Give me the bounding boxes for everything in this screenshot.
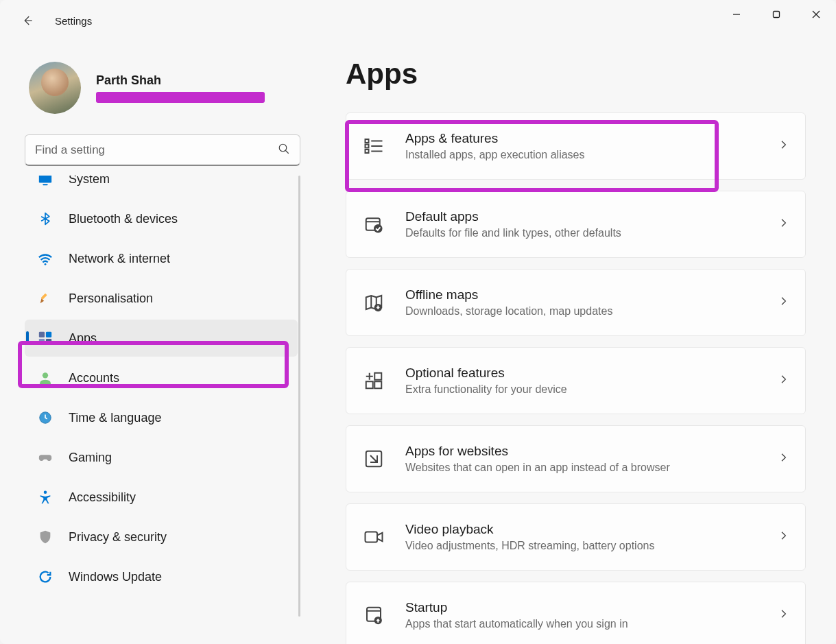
svg-rect-1 bbox=[774, 12, 780, 18]
sidebar-item-label: Time & language bbox=[69, 411, 161, 425]
video-icon bbox=[363, 526, 385, 548]
personalisation-icon bbox=[37, 290, 53, 307]
svg-rect-17 bbox=[366, 139, 369, 143]
card-title: Offline maps bbox=[405, 287, 778, 302]
sidebar-item-label: Accessibility bbox=[69, 490, 136, 505]
sidebar-item-label: System bbox=[69, 176, 110, 187]
svg-rect-11 bbox=[46, 332, 51, 337]
gaming-icon bbox=[37, 449, 53, 466]
chevron-right-icon bbox=[778, 530, 789, 544]
svg-rect-13 bbox=[46, 339, 51, 344]
card-default-apps[interactable]: Default apps Defaults for file and link … bbox=[346, 191, 806, 258]
svg-rect-19 bbox=[366, 145, 369, 148]
svg-point-24 bbox=[374, 224, 383, 233]
svg-rect-9 bbox=[41, 294, 47, 300]
user-name: Parth Shah bbox=[96, 73, 265, 88]
close-button[interactable] bbox=[796, 0, 836, 29]
sidebar-item-network[interactable]: Network & internet bbox=[25, 240, 298, 277]
svg-point-16 bbox=[44, 490, 47, 494]
page-title: Apps bbox=[346, 58, 806, 91]
chevron-right-icon bbox=[778, 608, 789, 622]
optional-icon bbox=[363, 370, 385, 392]
svg-rect-27 bbox=[374, 381, 381, 388]
sidebar-item-update[interactable]: Windows Update bbox=[25, 558, 298, 595]
card-subtitle: Downloads, storage location, map updates bbox=[405, 305, 778, 318]
svg-rect-28 bbox=[374, 373, 381, 380]
active-indicator bbox=[26, 331, 29, 345]
sidebar-item-gaming[interactable]: Gaming bbox=[25, 439, 298, 476]
svg-point-14 bbox=[43, 372, 48, 378]
card-title: Startup bbox=[405, 600, 778, 615]
sidebar-item-system[interactable]: System bbox=[25, 176, 298, 198]
avatar bbox=[29, 62, 81, 114]
card-subtitle: Video adjustments, HDR streaming, batter… bbox=[405, 540, 778, 552]
sidebar-item-label: Privacy & security bbox=[69, 530, 167, 545]
minimize-button[interactable] bbox=[717, 0, 756, 29]
svg-rect-7 bbox=[43, 184, 47, 185]
sidebar-item-label: Network & internet bbox=[69, 252, 170, 266]
maximize-button[interactable] bbox=[756, 0, 796, 29]
sidebar-item-label: Bluetooth & devices bbox=[69, 212, 178, 226]
card-subtitle: Defaults for file and link types, other … bbox=[405, 227, 778, 239]
sidebar-item-label: Apps bbox=[69, 331, 97, 346]
sidebar-item-personalisation[interactable]: Personalisation bbox=[25, 280, 298, 317]
chevron-right-icon bbox=[778, 139, 789, 153]
card-subtitle: Extra functionality for your device bbox=[405, 383, 778, 396]
default-icon bbox=[363, 213, 385, 235]
card-title: Apps & features bbox=[405, 131, 778, 146]
sidebar-item-time[interactable]: Time & language bbox=[25, 399, 298, 436]
sidebar-item-label: Personalisation bbox=[69, 291, 153, 306]
privacy-icon bbox=[37, 529, 53, 545]
accessibility-icon bbox=[37, 489, 53, 505]
card-apps-websites[interactable]: Apps for websites Websites that can open… bbox=[346, 425, 806, 492]
window-title: Settings bbox=[55, 15, 92, 27]
card-optional-features[interactable]: Optional features Extra functionality fo… bbox=[346, 347, 806, 414]
back-button[interactable] bbox=[14, 7, 41, 34]
card-title: Default apps bbox=[405, 209, 778, 224]
update-icon bbox=[37, 569, 53, 585]
card-startup[interactable]: Startup Apps that start automatically wh… bbox=[346, 582, 806, 644]
chevron-right-icon bbox=[778, 452, 789, 466]
titlebar: Settings bbox=[0, 0, 836, 41]
svg-point-4 bbox=[279, 144, 287, 152]
svg-rect-10 bbox=[39, 332, 45, 337]
svg-rect-12 bbox=[39, 339, 45, 344]
list-icon bbox=[363, 135, 385, 157]
network-icon bbox=[37, 250, 53, 267]
card-title: Video playback bbox=[405, 522, 778, 537]
map-icon bbox=[363, 291, 385, 313]
sidebar-item-privacy[interactable]: Privacy & security bbox=[25, 518, 298, 556]
sidebar-item-label: Accounts bbox=[69, 371, 119, 385]
card-title: Optional features bbox=[405, 366, 778, 381]
svg-rect-21 bbox=[366, 150, 369, 153]
chevron-right-icon bbox=[778, 217, 789, 231]
sidebar-item-accessibility[interactable]: Accessibility bbox=[25, 479, 298, 516]
card-subtitle: Apps that start automatically when you s… bbox=[405, 618, 778, 630]
search-input[interactable] bbox=[35, 143, 278, 157]
chevron-right-icon bbox=[778, 374, 789, 387]
scrollbar[interactable] bbox=[298, 176, 300, 617]
search-box[interactable] bbox=[25, 134, 300, 166]
user-email-redacted bbox=[96, 92, 265, 103]
card-subtitle: Websites that can open in an app instead… bbox=[405, 462, 778, 474]
user-block[interactable]: Parth Shah bbox=[25, 62, 300, 114]
sidebar-item-label: Windows Update bbox=[69, 570, 162, 584]
system-icon bbox=[37, 176, 53, 187]
nav-list: System Bluetooth & devices Network & int… bbox=[25, 176, 300, 644]
card-apps-features[interactable]: Apps & features Installed apps, app exec… bbox=[346, 112, 806, 180]
apps-icon bbox=[37, 330, 53, 346]
card-video-playback[interactable]: Video playback Video adjustments, HDR st… bbox=[346, 503, 806, 571]
svg-rect-26 bbox=[366, 381, 373, 388]
card-offline-maps[interactable]: Offline maps Downloads, storage location… bbox=[346, 269, 806, 336]
search-icon bbox=[278, 143, 290, 158]
svg-line-5 bbox=[285, 150, 289, 154]
accounts-icon bbox=[37, 370, 53, 386]
svg-point-8 bbox=[45, 263, 47, 265]
bluetooth-icon bbox=[37, 211, 53, 227]
sidebar-item-bluetooth[interactable]: Bluetooth & devices bbox=[25, 200, 298, 237]
web-icon bbox=[363, 448, 385, 470]
sidebar-item-apps[interactable]: Apps bbox=[25, 320, 298, 357]
svg-rect-6 bbox=[39, 176, 51, 183]
card-title: Apps for websites bbox=[405, 444, 778, 459]
sidebar-item-accounts[interactable]: Accounts bbox=[25, 359, 298, 396]
